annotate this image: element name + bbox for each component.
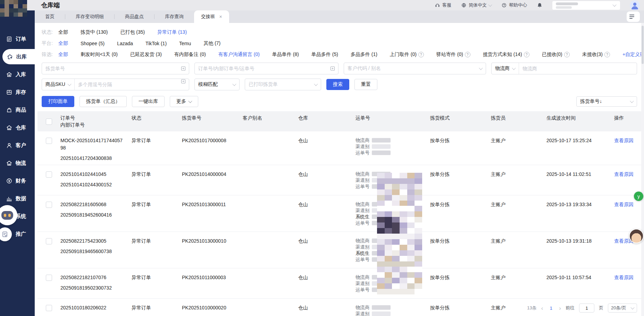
filter-option[interactable]: 其他 (7) [203,40,220,47]
cell-picking-no: PK20251017000008 [178,131,239,165]
filter-option-label: 有内部备注 (0) [174,51,206,58]
filter-option[interactable]: 已打包 (35) [120,29,145,35]
goto-page-input[interactable] [579,303,594,313]
cell-picking-no: PK20251011000003 [178,268,239,298]
batch-input-icon[interactable] [181,66,186,71]
filter-option[interactable]: 全部 [58,29,68,35]
filter-option[interactable]: 已揽收(0)? [542,51,570,58]
more-button[interactable]: 更多 [170,96,198,107]
filter-option[interactable]: TikTok (1) [145,41,167,46]
filter-option[interactable]: 单品多件 (5) [311,51,338,58]
sku-input[interactable] [75,79,181,90]
batch-input-icon[interactable] [330,66,335,71]
one-click-outbound-button[interactable]: 一键出库 [132,96,165,107]
filter-option[interactable]: 已延迟发货 (3) [130,51,162,58]
view-reason-link[interactable]: 查看原因 [614,275,634,280]
floating-badge[interactable]: y [634,192,643,201]
sku-type-select[interactable]: 商品SKU [42,79,74,90]
row-checkbox[interactable] [46,202,52,208]
filter-option[interactable]: 驿站寄件 (0)? [436,51,470,58]
filter-option[interactable]: 全部 [58,40,68,47]
search-button[interactable]: 搜索 [326,79,349,90]
scrollbar[interactable] [641,23,644,316]
sidebar-item-products[interactable]: 商品 [0,102,35,118]
match-mode-select[interactable]: 模糊匹配 [194,79,240,90]
language-select[interactable]: 简体中文 [461,2,492,8]
prev-page-button[interactable]: ‹ [541,305,543,311]
view-reason-link[interactable]: 查看原因 [614,171,634,177]
view-reason-link[interactable]: 查看原因 [614,138,634,143]
tab-inventory-changes[interactable]: 库存变动明细 [65,10,114,23]
filter-option-label: TikTok (1) [145,41,167,46]
view-reason-link[interactable]: 查看原因 [614,202,634,207]
print-label-button[interactable]: 打印面单 [42,96,74,107]
filter-option[interactable]: 异常订单 (13) [157,29,187,35]
filter-option[interactable]: Temu [179,41,191,46]
cell-order-no: 202510141024410452025101410244300152 [57,165,128,195]
filter-option[interactable]: 剩发时间<1天 (0) [81,51,118,58]
header-alias: 客户别名 [239,111,295,131]
sidebar-item-logistics[interactable]: 物流 [0,155,35,171]
cell-waybill: 物流商渠道别运单号 [352,299,427,316]
sidebar-item-warehouse[interactable]: 仓库 [0,120,35,135]
help-center-button[interactable]: 帮助中心 [501,2,527,8]
filter-option[interactable]: 上门取件 (0)? [390,51,424,58]
sort-select[interactable]: 拣货单号↓ [576,96,637,107]
logistics-provider-select[interactable]: 物流商 [492,63,519,74]
user-avatar[interactable] [630,0,640,10]
filter-option[interactable]: 有内部备注 (0) [174,51,206,58]
support-button[interactable]: 客服 [435,2,451,8]
menu-icon[interactable] [627,11,640,22]
filter-option[interactable]: 揽货方式未知 (14)? [483,51,529,58]
logistics-provider-input[interactable] [519,63,637,74]
floating-assistant-avatar[interactable] [629,229,644,243]
row-checkbox[interactable] [46,171,52,178]
filter-option[interactable]: 单品单件 (8) [272,51,299,58]
reset-button[interactable]: 重置 [354,79,377,90]
batch-input-icon[interactable] [181,79,186,84]
filter-option[interactable]: Shopee (5) [81,41,104,46]
account-select[interactable] [552,1,620,10]
filter-option[interactable]: 多品多件 (1) [351,51,377,58]
order-no-input[interactable] [195,66,330,71]
close-icon[interactable]: × [219,14,222,19]
tab-home[interactable]: 首页 [35,10,65,23]
notification-bell-icon[interactable] [537,2,543,8]
picking-list-summary-button[interactable]: 拣货单（汇总） [80,96,127,107]
customer-select[interactable]: 客户代码 / 别名 [344,63,486,74]
filter-row-platform: 平台:全部Shopee (5)LazadaTikTok (1)Temu其他 (7… [42,40,644,47]
sidebar-item-inbound[interactable]: 入库 [0,67,35,82]
current-page[interactable]: 1 [547,306,554,311]
filter-option[interactable]: 拣货中 (130) [81,29,108,35]
tab-inventory-query[interactable]: 库存查询 [154,10,194,23]
filter-option[interactable]: Lazada [117,41,133,46]
sidebar-item-outbound[interactable]: 出库 [2,49,35,64]
table-row: 202508221754230052025091819465600738异常订单… [37,232,641,268]
next-page-button[interactable]: › [559,305,561,311]
row-checkbox[interactable] [46,138,52,144]
cell-warehouse: 仓山 [295,299,352,316]
sidebar-item-inventory[interactable]: 库存 [0,84,35,100]
cell-action: 查看原因 [611,165,641,195]
row-checkbox[interactable] [46,238,52,244]
filter-option-label: 多品多件 (1) [351,51,377,58]
printed-picking-select[interactable]: 已打印拣货单 [245,79,321,90]
tab-shift-handover[interactable]: 交接班× [194,10,229,23]
row-checkbox[interactable] [46,305,52,311]
sidebar-item-customers[interactable]: 客户 [0,138,35,153]
row-checkbox[interactable] [46,275,52,281]
page-size-select[interactable]: 20条/页 [608,303,637,313]
filter-option[interactable]: +自定义筛选 [622,51,644,58]
filter-option[interactable]: 未揽收(3)? [582,51,610,58]
filter-option[interactable]: 全部 [58,51,68,58]
sidebar-item-orders[interactable]: 订单 [0,31,35,47]
sidebar-item-data[interactable]: 数据 [0,191,35,206]
picking-no-input[interactable] [42,66,181,71]
tab-stocktake[interactable]: 商品盘点 [115,10,154,23]
sidebar-item-finance[interactable]: 财务 [0,173,35,188]
select-all-checkbox[interactable] [46,119,52,125]
help-icon: ? [524,52,529,57]
filter-option[interactable]: 有客户沟通留言 (0) [218,51,260,58]
goto-label: 前往 [566,305,575,311]
memo-icon [1,231,8,238]
